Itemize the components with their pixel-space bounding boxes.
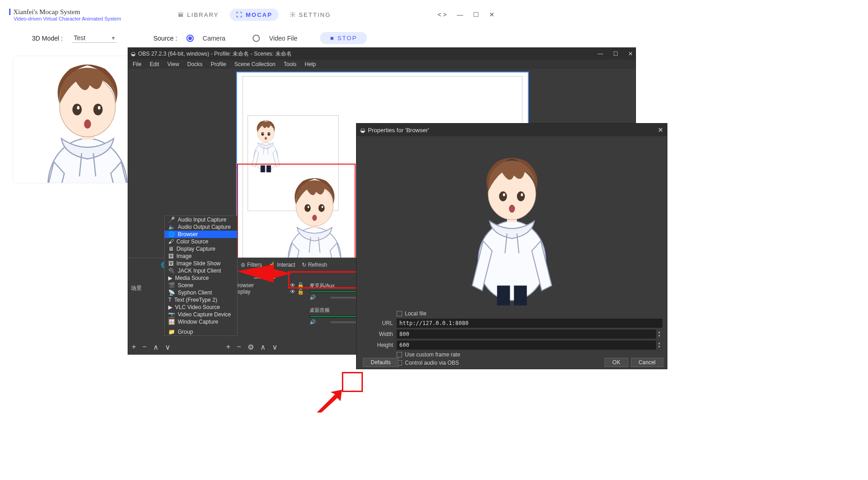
stop-button[interactable]: ■ STOP — [320, 32, 367, 44]
menu-file[interactable]: File — [133, 61, 141, 67]
menu-tools[interactable]: Tools — [284, 61, 296, 67]
refresh-icon: ↻ — [302, 262, 306, 268]
local-file-label: Local file — [405, 310, 426, 317]
minimize-button[interactable]: — — [457, 11, 463, 18]
mixer-desktop-label: 桌面音频 — [310, 307, 330, 314]
radio-camera[interactable] — [186, 35, 194, 42]
menu-item-icon: 📡 — [168, 289, 175, 296]
menu-item-display-capture[interactable]: 🖥Display Capture — [165, 245, 237, 253]
menu-item-browser[interactable]: 🌐Browser — [165, 231, 237, 238]
arrow-annotation — [237, 264, 292, 287]
menu-item-image[interactable]: 🖼Image — [165, 253, 237, 260]
menu-profile[interactable]: Profile — [211, 61, 226, 67]
menu-item-color-source[interactable]: 🖌Color Source — [165, 238, 237, 245]
menu-item-label: VLC Video Source — [175, 304, 220, 310]
menu-item-vlc-video-source[interactable]: ▶VLC Video Source — [165, 304, 237, 311]
source-add-button[interactable]: + — [226, 343, 230, 351]
tab-library[interactable]: 🏛 LIBRARY — [171, 9, 225, 21]
eye-icon[interactable]: 👁 — [290, 289, 295, 295]
menu-help[interactable]: Help — [305, 61, 316, 67]
menu-item-scene[interactable]: 🎬Scene — [165, 282, 237, 289]
scan-icon: ⛶ — [236, 11, 243, 18]
source-up-button[interactable]: ∧ — [260, 343, 266, 351]
width-input[interactable] — [397, 330, 656, 339]
tab-mocap[interactable]: ⛶ MOCAP — [230, 9, 279, 21]
menu-view[interactable]: View — [167, 61, 179, 67]
menu-item-icon: 🪟 — [168, 319, 175, 325]
maximize-button[interactable]: ☐ — [473, 11, 479, 18]
tab-setting[interactable]: SETTING — [283, 9, 337, 21]
radio-camera-label: Camera — [203, 35, 226, 42]
tab-setting-label: SETTING — [299, 11, 331, 18]
source-gear-button[interactable]: ⚙ — [248, 343, 254, 351]
tb-refresh[interactable]: ↻Refresh — [302, 262, 327, 268]
svg-marker-13 — [237, 264, 292, 283]
radio-videofile[interactable] — [253, 35, 260, 42]
scene-down-button[interactable]: ∨ — [165, 343, 170, 351]
stop-icon: ■ — [330, 35, 335, 41]
arrow-annotation — [317, 390, 349, 413]
menu-item-jack-input-client[interactable]: 🔌JACK Input Client — [165, 267, 237, 274]
model-select[interactable]: Test ▾ — [72, 33, 117, 43]
obs-title: OBS 27.2.3 (64-bit, windows) - Profile: … — [138, 50, 292, 58]
menu-item-audio-input-capture[interactable]: 🎤Audio Input Capture — [165, 216, 237, 223]
source-remove-button[interactable]: − — [237, 343, 241, 351]
menu-item-media-source[interactable]: ▶Media Source — [165, 274, 237, 282]
menu-docks[interactable]: Docks — [187, 61, 202, 67]
stop-label: STOP — [337, 35, 357, 41]
scene-up-button[interactable]: ∧ — [153, 343, 159, 351]
menu-item-icon: T — [168, 297, 171, 303]
menu-item-video-capture-device[interactable]: 📷Video Capture Device — [165, 311, 237, 318]
height-input[interactable] — [397, 341, 656, 350]
source-down-button[interactable]: ∨ — [272, 343, 278, 351]
obs-min-button[interactable]: — — [598, 51, 603, 57]
obs-close-button[interactable]: ✕ — [628, 51, 633, 57]
menu-item-icon: 🔈 — [168, 224, 175, 230]
menu-scenecoll[interactable]: Scene Collection — [234, 61, 275, 67]
url-input[interactable] — [397, 319, 662, 328]
menu-item-image-slide-show[interactable]: 🖼Image Slide Show — [165, 260, 237, 267]
menu-item-syphon-client[interactable]: 📡Syphon Client — [165, 289, 237, 296]
svg-marker-14 — [317, 390, 342, 413]
scene-remove-button[interactable]: − — [142, 343, 146, 351]
cancel-button[interactable]: Cancel — [631, 358, 663, 367]
code-button[interactable]: < > — [438, 11, 447, 18]
menu-item-label: Window Capture — [178, 319, 218, 325]
width-label: Width — [361, 331, 397, 337]
close-button[interactable]: ✕ — [489, 11, 495, 18]
source-add-menu: 🎤Audio Input Capture🔈Audio Output Captur… — [164, 216, 238, 336]
menu-item-audio-output-capture[interactable]: 🔈Audio Output Capture — [165, 223, 237, 231]
custom-fps-checkbox[interactable] — [397, 352, 402, 357]
chevron-down-icon: ▾ — [112, 34, 115, 41]
model-label: 3D Model : — [32, 35, 63, 42]
menu-item-label: Media Source — [175, 275, 209, 281]
obs-logo-icon: ◒ — [131, 51, 135, 57]
menu-item-label: Syphon Client — [178, 289, 212, 296]
menu-edit[interactable]: Edit — [150, 61, 159, 67]
menu-item-icon: 🌐 — [168, 231, 175, 237]
viewport-3d[interactable] — [13, 56, 131, 183]
speaker-icon: 🔊 — [310, 319, 316, 325]
menu-item-group[interactable]: 📁Group — [165, 328, 237, 335]
props-preview — [356, 136, 667, 306]
custom-fps-label: Use custom frame rate — [405, 351, 460, 358]
menu-item-window-capture[interactable]: 🪟Window Capture — [165, 318, 237, 325]
local-file-checkbox[interactable] — [397, 311, 402, 316]
ok-button[interactable]: OK — [604, 358, 628, 367]
menu-item-icon: 🖥 — [168, 246, 174, 252]
menu-item-label: Image — [176, 253, 191, 259]
annotation-box-plus — [342, 372, 363, 392]
lock-icon[interactable]: 🔓 — [297, 289, 304, 295]
menu-item-text-freetype-2-[interactable]: TText (FreeType 2) — [165, 296, 237, 304]
scene-add-button[interactable]: + — [132, 343, 136, 351]
menu-item-icon: 🖼 — [168, 253, 174, 259]
tab-mocap-label: MOCAP — [246, 11, 272, 18]
width-spinner[interactable]: ▲▼ — [656, 330, 662, 338]
radio-videofile-label: Video File — [269, 35, 297, 42]
height-spinner[interactable]: ▲▼ — [656, 341, 662, 349]
gear-icon — [289, 11, 296, 18]
props-title: Properties for 'Browser' — [368, 127, 429, 134]
obs-max-button[interactable]: ☐ — [613, 51, 618, 57]
defaults-button[interactable]: Defaults — [363, 358, 398, 367]
props-close-button[interactable]: ✕ — [658, 126, 663, 134]
